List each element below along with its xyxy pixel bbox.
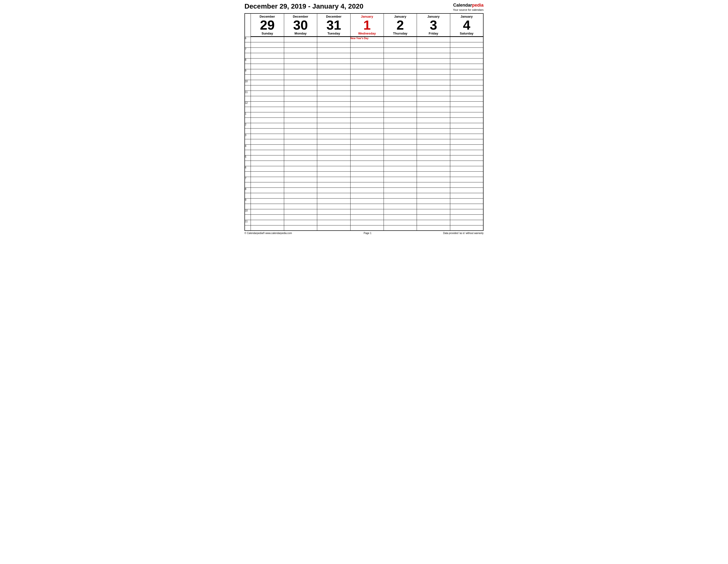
event-cell-half-14-0[interactable]	[251, 193, 284, 198]
event-cell-1-4[interactable]	[384, 48, 417, 53]
event-cell-half-10-3[interactable]	[350, 150, 384, 155]
event-cell-half-2-2[interactable]	[317, 64, 351, 69]
event-cell-4-3[interactable]	[350, 80, 384, 85]
event-cell-16-5[interactable]	[417, 209, 450, 215]
event-cell-half-9-5[interactable]	[417, 139, 450, 145]
event-cell-half-12-6[interactable]	[450, 171, 483, 177]
event-cell-half-3-2[interactable]	[317, 74, 351, 80]
event-cell-half-13-5[interactable]	[417, 182, 450, 188]
event-cell-0-5[interactable]	[417, 37, 450, 42]
event-cell-half-11-6[interactable]	[450, 161, 483, 166]
event-cell-16-3[interactable]	[350, 209, 384, 215]
event-cell-half-6-1[interactable]	[284, 107, 317, 112]
event-cell-6-0[interactable]	[251, 101, 284, 107]
event-cell-5-0[interactable]	[251, 91, 284, 96]
event-cell-11-5[interactable]	[417, 155, 450, 161]
event-cell-half-6-4[interactable]	[384, 107, 417, 112]
event-cell-10-1[interactable]	[284, 145, 317, 150]
event-cell-5-5[interactable]	[417, 91, 450, 96]
event-cell-half-16-4[interactable]	[384, 215, 417, 220]
event-cell-9-4[interactable]	[384, 134, 417, 139]
event-cell-13-5[interactable]	[417, 177, 450, 182]
event-cell-half-7-4[interactable]	[384, 118, 417, 123]
event-cell-6-3[interactable]	[350, 101, 384, 107]
event-cell-half-1-1[interactable]	[284, 53, 317, 58]
event-cell-8-6[interactable]	[450, 123, 483, 128]
event-cell-0-3[interactable]: New Year's Day	[350, 37, 384, 42]
event-cell-half-10-2[interactable]	[317, 150, 351, 155]
event-cell-13-1[interactable]	[284, 177, 317, 182]
event-cell-3-6[interactable]	[450, 69, 483, 74]
event-cell-half-2-0[interactable]	[251, 64, 284, 69]
event-cell-half-0-4[interactable]	[384, 42, 417, 48]
event-cell-half-17-5[interactable]	[417, 225, 450, 231]
event-cell-half-9-3[interactable]	[350, 139, 384, 145]
event-cell-13-3[interactable]	[350, 177, 384, 182]
event-cell-half-11-0[interactable]	[251, 161, 284, 166]
event-cell-half-2-1[interactable]	[284, 64, 317, 69]
event-cell-7-4[interactable]	[384, 112, 417, 118]
event-cell-11-2[interactable]	[317, 155, 351, 161]
event-cell-16-2[interactable]	[317, 209, 351, 215]
event-cell-3-0[interactable]	[251, 69, 284, 74]
event-cell-half-15-6[interactable]	[450, 204, 483, 209]
event-cell-half-15-4[interactable]	[384, 204, 417, 209]
event-cell-10-2[interactable]	[317, 145, 351, 150]
event-cell-13-2[interactable]	[317, 177, 351, 182]
event-cell-half-1-0[interactable]	[251, 53, 284, 58]
event-cell-2-0[interactable]	[251, 58, 284, 64]
event-cell-half-7-0[interactable]	[251, 118, 284, 123]
event-cell-10-0[interactable]	[251, 145, 284, 150]
event-cell-14-4[interactable]	[384, 188, 417, 193]
event-cell-15-6[interactable]	[450, 198, 483, 204]
event-cell-8-3[interactable]	[350, 123, 384, 128]
event-cell-half-4-3[interactable]	[350, 85, 384, 91]
event-cell-half-13-0[interactable]	[251, 182, 284, 188]
event-cell-half-15-5[interactable]	[417, 204, 450, 209]
event-cell-8-1[interactable]	[284, 123, 317, 128]
event-cell-half-15-3[interactable]	[350, 204, 384, 209]
event-cell-half-16-2[interactable]	[317, 215, 351, 220]
event-cell-15-2[interactable]	[317, 198, 351, 204]
event-cell-half-4-5[interactable]	[417, 85, 450, 91]
event-cell-15-3[interactable]	[350, 198, 384, 204]
event-cell-half-0-3[interactable]	[350, 42, 384, 48]
event-cell-half-1-6[interactable]	[450, 53, 483, 58]
event-cell-half-3-6[interactable]	[450, 74, 483, 80]
event-cell-half-4-0[interactable]	[251, 85, 284, 91]
event-cell-17-6[interactable]	[450, 220, 483, 225]
event-cell-3-2[interactable]	[317, 69, 351, 74]
event-cell-half-6-2[interactable]	[317, 107, 351, 112]
event-cell-half-14-1[interactable]	[284, 193, 317, 198]
event-cell-half-2-4[interactable]	[384, 64, 417, 69]
event-cell-0-2[interactable]	[317, 37, 351, 42]
event-cell-0-6[interactable]	[450, 37, 483, 42]
event-cell-13-6[interactable]	[450, 177, 483, 182]
event-cell-half-13-1[interactable]	[284, 182, 317, 188]
event-cell-half-3-1[interactable]	[284, 74, 317, 80]
event-cell-half-17-6[interactable]	[450, 225, 483, 231]
event-cell-half-11-4[interactable]	[384, 161, 417, 166]
event-cell-2-4[interactable]	[384, 58, 417, 64]
event-cell-half-16-3[interactable]	[350, 215, 384, 220]
event-cell-16-0[interactable]	[251, 209, 284, 215]
event-cell-half-8-2[interactable]	[317, 128, 351, 134]
event-cell-10-4[interactable]	[384, 145, 417, 150]
event-cell-half-5-6[interactable]	[450, 96, 483, 101]
event-cell-half-8-3[interactable]	[350, 128, 384, 134]
event-cell-half-1-4[interactable]	[384, 53, 417, 58]
event-cell-half-12-3[interactable]	[350, 171, 384, 177]
event-cell-6-2[interactable]	[317, 101, 351, 107]
event-cell-half-3-4[interactable]	[384, 74, 417, 80]
event-cell-11-0[interactable]	[251, 155, 284, 161]
event-cell-14-3[interactable]	[350, 188, 384, 193]
event-cell-half-11-3[interactable]	[350, 161, 384, 166]
event-cell-half-17-1[interactable]	[284, 225, 317, 231]
event-cell-9-3[interactable]	[350, 134, 384, 139]
event-cell-half-3-3[interactable]	[350, 74, 384, 80]
event-cell-half-13-2[interactable]	[317, 182, 351, 188]
event-cell-10-3[interactable]	[350, 145, 384, 150]
event-cell-half-15-1[interactable]	[284, 204, 317, 209]
event-cell-7-1[interactable]	[284, 112, 317, 118]
event-cell-5-4[interactable]	[384, 91, 417, 96]
